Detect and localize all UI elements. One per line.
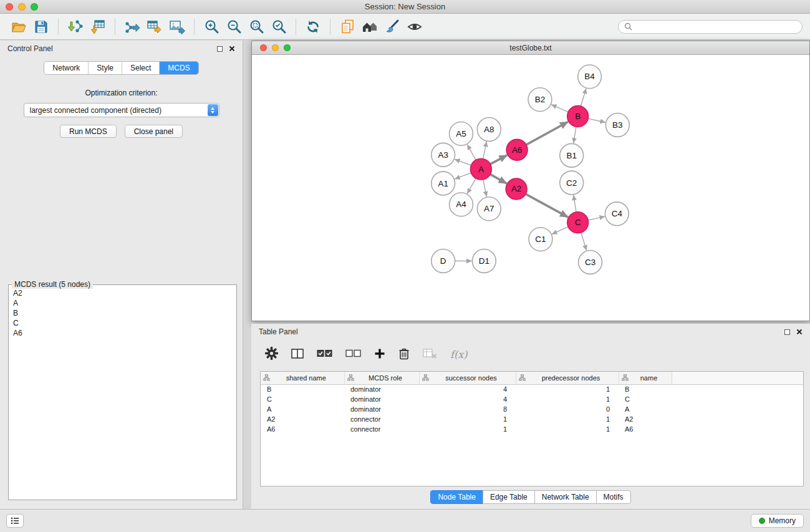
table-row[interactable]: A2connector11A2 <box>261 414 803 424</box>
network-node-A[interactable]: A <box>470 158 491 180</box>
export-table-button[interactable] <box>143 17 166 37</box>
delete-button[interactable] <box>398 347 410 362</box>
minimize-window-button[interactable] <box>18 3 26 11</box>
memory-button[interactable]: Memory <box>751 514 804 528</box>
column-header-name[interactable]: name <box>619 372 672 384</box>
show-panel-button[interactable] <box>6 514 24 528</box>
edge-A-A4[interactable] <box>467 178 476 194</box>
import-table-button[interactable] <box>87 17 109 37</box>
mcds-result-item[interactable]: A6 <box>13 328 232 338</box>
edge-A-A7[interactable] <box>483 180 487 197</box>
network-node-A7[interactable]: A7 <box>477 197 501 221</box>
edge-A2-C[interactable] <box>526 194 568 217</box>
network-node-A4[interactable]: A4 <box>450 193 473 216</box>
network-canvas[interactable]: B4B2BB3A8A5A6A3B1AA1C2A2A4A7C4CC1C3DD1 <box>252 56 809 321</box>
table-row[interactable]: A6connector11A6 <box>261 424 803 434</box>
select-all-button[interactable] <box>317 349 332 360</box>
network-node-A6[interactable]: A6 <box>506 139 528 160</box>
table-settings-button[interactable] <box>265 347 278 362</box>
deselect-all-button[interactable] <box>345 349 361 360</box>
network-node-B[interactable]: B <box>567 106 589 127</box>
edge-C-C2[interactable] <box>574 195 576 212</box>
tab-network-table[interactable]: Network Table <box>534 490 597 504</box>
edge-C-C3[interactable] <box>581 233 587 251</box>
search-field[interactable] <box>618 20 803 34</box>
mcds-result-item[interactable]: B <box>13 308 232 318</box>
save-session-button[interactable] <box>30 17 52 37</box>
close-window-button[interactable] <box>6 3 13 11</box>
tab-network[interactable]: Network <box>44 62 88 74</box>
show-all-views-button[interactable] <box>359 17 381 37</box>
network-node-C4[interactable]: C4 <box>605 202 629 226</box>
network-node-A5[interactable]: A5 <box>450 122 473 145</box>
edge-B-B2[interactable] <box>551 105 568 112</box>
table-row[interactable]: Cdominator41C <box>261 394 803 404</box>
table-row[interactable]: Adominator80A <box>261 404 803 414</box>
zoom-fit-button[interactable] <box>245 17 268 37</box>
column-header-mcds-role[interactable]: MCDS role <box>344 372 419 384</box>
edge-C-C1[interactable] <box>552 227 568 235</box>
network-node-C[interactable]: C <box>567 212 589 233</box>
network-node-A8[interactable]: A8 <box>477 118 501 142</box>
float-table-panel-icon[interactable] <box>784 329 790 335</box>
edge-A-A8[interactable] <box>483 142 487 159</box>
criterion-dropdown[interactable]: largest connected component (directed) <box>24 103 219 117</box>
zoom-selected-button[interactable] <box>268 17 290 37</box>
column-header-successor-nodes[interactable]: successor nodes <box>419 372 516 384</box>
add-button[interactable] <box>374 348 385 361</box>
mcds-result-item[interactable]: A2 <box>13 288 232 298</box>
close-panel-button[interactable]: Close panel <box>125 125 183 138</box>
apply-style-button[interactable] <box>381 17 403 37</box>
edge-A-A6[interactable] <box>490 155 507 164</box>
network-node-A2[interactable]: A2 <box>506 178 527 200</box>
network-node-A1[interactable]: A1 <box>432 172 455 195</box>
network-node-A3[interactable]: A3 <box>432 143 455 167</box>
close-panel-icon[interactable] <box>229 46 235 52</box>
duplicate-view-button[interactable] <box>336 17 359 37</box>
edge-A-A5[interactable] <box>467 145 476 160</box>
network-node-D[interactable]: D <box>432 249 455 273</box>
close-view-button[interactable] <box>260 44 267 51</box>
edge-A6-B[interactable] <box>526 122 568 145</box>
network-node-B1[interactable]: B1 <box>560 143 584 167</box>
export-network-button[interactable] <box>121 17 143 37</box>
table-row[interactable]: Bdominator41B <box>261 384 803 394</box>
delete-table-button[interactable] <box>423 348 437 361</box>
zoom-out-button[interactable] <box>223 17 245 37</box>
network-node-B2[interactable]: B2 <box>528 88 552 112</box>
minimize-view-button[interactable] <box>272 44 279 51</box>
import-network-button[interactable] <box>64 17 87 37</box>
tab-select[interactable]: Select <box>122 62 159 74</box>
show-columns-button[interactable] <box>291 348 304 361</box>
maximize-view-button[interactable] <box>284 44 291 51</box>
edge-A-A1[interactable] <box>455 173 471 179</box>
run-mcds-button[interactable]: Run MCDS <box>60 125 117 138</box>
network-node-B3[interactable]: B3 <box>605 114 629 137</box>
close-table-panel-icon[interactable] <box>796 329 803 335</box>
mcds-result-item[interactable]: C <box>13 318 232 328</box>
tab-edge-table[interactable]: Edge Table <box>483 490 535 504</box>
export-image-button[interactable] <box>166 17 188 37</box>
edge-B-B3[interactable] <box>588 118 605 122</box>
zoom-in-button[interactable] <box>200 17 223 37</box>
tab-node-table[interactable]: Node Table <box>430 490 483 504</box>
tab-mcds[interactable]: MCDS <box>159 62 198 74</box>
column-header-predecessor-nodes[interactable]: predecessor nodes <box>516 372 619 384</box>
edge-B-B4[interactable] <box>581 89 586 106</box>
search-input[interactable] <box>635 22 796 31</box>
show-hide-button[interactable] <box>403 17 426 37</box>
float-panel-icon[interactable] <box>217 46 223 52</box>
edge-C-C4[interactable] <box>588 216 605 220</box>
network-node-B4[interactable]: B4 <box>578 65 602 89</box>
function-builder-button[interactable]: f(x) <box>450 349 467 360</box>
fullscreen-window-button[interactable] <box>31 3 38 11</box>
column-header-shared-name[interactable]: shared name <box>261 372 344 384</box>
edge-A-A2[interactable] <box>490 174 506 183</box>
refresh-layout-button[interactable] <box>302 17 324 37</box>
edge-B-B1[interactable] <box>574 127 576 143</box>
network-node-D1[interactable]: D1 <box>472 249 496 273</box>
network-node-C3[interactable]: C3 <box>579 251 602 274</box>
network-node-C2[interactable]: C2 <box>560 171 584 195</box>
open-session-button[interactable] <box>7 17 30 37</box>
edge-A-A3[interactable] <box>455 159 471 165</box>
